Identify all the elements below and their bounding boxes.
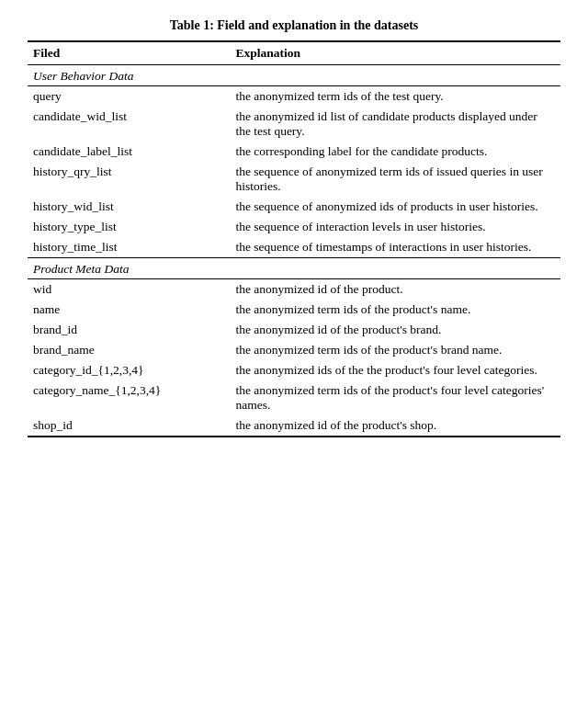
explanation-cell: the sequence of anonymized term ids of i… [230, 162, 560, 197]
field-cell: wid [28, 279, 230, 301]
column-header-explanation: Explanation [230, 41, 560, 65]
explanation-cell: the anonymized id list of candidate prod… [230, 107, 560, 142]
column-header-field: Filed [28, 41, 230, 65]
explanation-cell: the anonymized id of the product's shop. [230, 415, 560, 437]
explanation-cell: the anonymized term ids of the product's… [230, 380, 560, 415]
section-label: Product Meta Data [28, 258, 560, 279]
explanation-cell: the sequence of anonymized ids of produc… [230, 197, 560, 217]
table-row: history_wid_listthe sequence of anonymiz… [28, 197, 560, 217]
table-row: shop_idthe anonymized id of the product'… [28, 415, 560, 437]
field-cell: brand_name [28, 340, 230, 360]
field-cell: history_type_list [28, 217, 230, 237]
table-row: history_time_listthe sequence of timesta… [28, 237, 560, 258]
table-row: history_type_listthe sequence of interac… [28, 217, 560, 237]
field-cell: history_qry_list [28, 162, 230, 197]
explanation-cell: the sequence of timestamps of interactio… [230, 237, 560, 258]
table-row: widthe anonymized id of the product. [28, 279, 560, 301]
section-header: Product Meta Data [28, 258, 560, 279]
table-title: Table 1: Field and explanation in the da… [28, 18, 560, 33]
explanation-cell: the corresponding label for the candidat… [230, 142, 560, 162]
explanation-cell: the anonymized term ids of the product's… [230, 300, 560, 320]
field-cell: category_name_{1,2,3,4} [28, 380, 230, 415]
explanation-cell: the sequence of interaction levels in us… [230, 217, 560, 237]
field-cell: candidate_wid_list [28, 107, 230, 142]
table-row: category_name_{1,2,3,4}the anonymized te… [28, 380, 560, 415]
table-row: querythe anonymized term ids of the test… [28, 86, 560, 108]
explanation-cell: the anonymized id of the product's brand… [230, 320, 560, 340]
table-row: category_id_{1,2,3,4}the anonymized ids … [28, 360, 560, 380]
explanation-cell: the anonymized term ids of the product's… [230, 340, 560, 360]
field-cell: shop_id [28, 415, 230, 437]
table-row: brand_namethe anonymized term ids of the… [28, 340, 560, 360]
table-row: brand_idthe anonymized id of the product… [28, 320, 560, 340]
field-cell: history_wid_list [28, 197, 230, 217]
field-cell: history_time_list [28, 237, 230, 258]
field-cell: candidate_label_list [28, 142, 230, 162]
table-row: candidate_wid_listthe anonymized id list… [28, 107, 560, 142]
table-row: candidate_label_listthe corresponding la… [28, 142, 560, 162]
field-cell: name [28, 300, 230, 320]
section-label: User Behavior Data [28, 65, 560, 86]
table-row: namethe anonymized term ids of the produ… [28, 300, 560, 320]
field-cell: brand_id [28, 320, 230, 340]
section-header: User Behavior Data [28, 65, 560, 86]
table-header: Filed Explanation [28, 41, 560, 65]
field-cell: category_id_{1,2,3,4} [28, 360, 230, 380]
table-row: history_qry_listthe sequence of anonymiz… [28, 162, 560, 197]
explanation-cell: the anonymized term ids of the test quer… [230, 86, 560, 108]
explanation-cell: the anonymized id of the product. [230, 279, 560, 301]
explanation-cell: the anonymized ids of the the product's … [230, 360, 560, 380]
field-cell: query [28, 86, 230, 108]
